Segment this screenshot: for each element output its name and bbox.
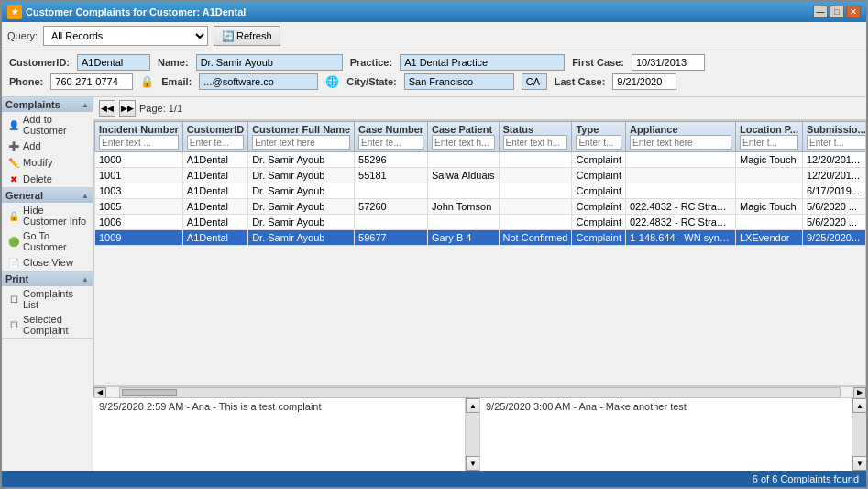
customer-row-1: CustomerID: A1Dental Name: Dr. Samir Ayo… — [9, 54, 859, 71]
sidebar-go-to-customer[interactable]: 🟢 Go To Customer — [2, 228, 93, 254]
col-type-label: Type — [576, 124, 621, 135]
hscroll-thumb[interactable] — [122, 389, 177, 396]
col-status-label: Status — [503, 124, 568, 135]
filter-location[interactable] — [740, 135, 798, 150]
cell-row2-col0: 1003 — [95, 183, 183, 199]
close-view-label: Close View — [23, 257, 73, 268]
col-appliance-label: Appliance — [630, 124, 731, 135]
filter-submission[interactable] — [807, 135, 866, 150]
sidebar-modify[interactable]: ✏️ Modify — [2, 154, 93, 171]
maximize-button[interactable]: □ — [830, 6, 844, 18]
col-submission: Submissio... — [802, 122, 866, 152]
bottom-left-scroll[interactable]: ▲ ▼ — [465, 398, 479, 471]
nav-next-button[interactable]: ▶▶ — [119, 100, 136, 117]
lock-icon: 🔒 — [140, 75, 154, 88]
refresh-button[interactable]: 🔄 Refresh — [214, 26, 280, 46]
hscroll-right[interactable]: ▶ — [853, 387, 866, 398]
nav-prev-button[interactable]: ◀◀ — [99, 100, 115, 117]
cell-row3-col5 — [499, 199, 572, 215]
practice-value: A1 Dental Practice — [400, 54, 565, 71]
customer-name-value: Dr. Samir Ayoub — [196, 54, 343, 71]
table-row[interactable]: 1003A1DentalDr. Samir AyoubComplaint6/17… — [95, 183, 867, 199]
col-location-label: Location P... — [740, 124, 798, 135]
col-incident: Incident Number — [95, 122, 183, 152]
cell-row1-col9: 12/20/201... — [802, 168, 866, 183]
modify-label: Modify — [23, 157, 52, 168]
delete-label: Delete — [23, 173, 52, 184]
nav-bar: ◀◀ ▶▶ Page: 1/1 — [93, 97, 866, 120]
cell-row2-col5 — [499, 183, 572, 199]
sidebar-add[interactable]: ➕ Add — [2, 138, 93, 154]
filter-casenum[interactable] — [358, 135, 423, 150]
print-chevron: ▲ — [82, 275, 89, 283]
hscroll-left[interactable]: ◀ — [93, 387, 106, 398]
filter-incident[interactable] — [99, 135, 179, 150]
cell-row1-col4: Salwa Alduais — [428, 168, 500, 183]
cell-row0-col6: Complaint — [572, 152, 626, 168]
close-view-icon: 📄 — [7, 256, 20, 269]
cell-row1-col1: A1Dental — [182, 168, 247, 183]
right-scroll-down[interactable]: ▼ — [852, 456, 866, 471]
customer-info-panel: CustomerID: A1Dental Name: Dr. Samir Ayo… — [2, 50, 866, 97]
left-scroll-down[interactable]: ▼ — [466, 456, 480, 471]
table-row[interactable]: 1005A1DentalDr. Samir Ayoub57260John Tom… — [95, 199, 867, 215]
left-scroll-up[interactable]: ▲ — [466, 398, 480, 413]
modify-icon: ✏️ — [7, 156, 20, 169]
table-row[interactable]: 1009A1DentalDr. Samir Ayoub59677Gary B 4… — [95, 230, 867, 246]
filter-type[interactable] — [576, 135, 621, 150]
cell-row0-col0: 1000 — [95, 152, 183, 168]
cell-row4-col1: A1Dental — [182, 215, 247, 230]
cell-row5-col4: Gary B 4 — [428, 230, 500, 246]
city-label: City/State: — [346, 76, 396, 87]
table-row[interactable]: 1000A1DentalDr. Samir Ayoub55296Complain… — [95, 152, 867, 168]
table-row[interactable]: 1006A1DentalDr. Samir AyoubComplaint022.… — [95, 215, 867, 230]
query-label: Query: — [7, 30, 38, 41]
phone-label: Phone: — [9, 76, 43, 87]
filter-customerid[interactable] — [187, 135, 244, 150]
filter-status[interactable] — [503, 135, 568, 150]
cell-row2-col1: A1Dental — [182, 183, 247, 199]
cell-row5-col5: Not Confirmed — [499, 230, 572, 246]
cell-row4-col4 — [428, 215, 500, 230]
horizontal-scrollbar[interactable]: ◀ ▶ — [93, 386, 866, 397]
title-bar: ★ Customer Complaints for Customer: A1De… — [2, 2, 866, 22]
complaints-list-checkbox[interactable]: ☐ — [7, 293, 20, 306]
filter-fullname[interactable] — [252, 135, 350, 150]
table-container[interactable]: Incident Number CustomerID Customer Full… — [93, 120, 866, 386]
sidebar-complaints-section: Complaints ▲ 👤 Add to Customer ➕ Add ✏️ … — [2, 97, 93, 188]
cell-row3-col2: Dr. Samir Ayoub — [248, 199, 355, 215]
right-scroll-up[interactable]: ▲ — [852, 398, 866, 413]
minimize-button[interactable]: — — [813, 6, 828, 18]
sidebar-delete[interactable]: ✖ Delete — [2, 171, 93, 187]
cell-row1-col2: Dr. Samir Ayoub — [248, 168, 355, 183]
table-body: 1000A1DentalDr. Samir Ayoub55296Complain… — [95, 152, 867, 246]
complaints-header-label: Complaints — [5, 99, 60, 110]
sidebar-complaints-header[interactable]: Complaints ▲ — [2, 97, 93, 112]
filter-appliance[interactable] — [630, 135, 731, 150]
city-value: San Francisco — [404, 73, 514, 90]
query-select[interactable]: All Records Open Records Closed Records — [43, 26, 208, 46]
cell-row3-col9: 5/6/2020 ... — [802, 199, 866, 215]
col-status: Status — [499, 122, 572, 152]
table-row[interactable]: 1001A1DentalDr. Samir Ayoub55181Salwa Al… — [95, 168, 867, 183]
add-to-customer-label: Add to Customer — [23, 114, 89, 136]
close-button[interactable]: ✕ — [846, 6, 861, 18]
delete-icon: ✖ — [7, 172, 20, 185]
sidebar-hide-customer[interactable]: 🔒 Hide Customer Info — [2, 203, 93, 228]
filter-patient[interactable] — [432, 135, 495, 150]
col-patient: Case Patient — [428, 122, 500, 152]
sidebar-close-view[interactable]: 📄 Close View — [2, 254, 93, 271]
hide-icon: 🔒 — [7, 209, 20, 222]
sidebar-print-header[interactable]: Print ▲ — [2, 272, 93, 286]
sidebar-general-header[interactable]: General ▲ — [2, 188, 93, 203]
sidebar-add-to-customer[interactable]: 👤 Add to Customer — [2, 112, 93, 138]
sidebar-selected-complaint[interactable]: ☐ Selected Complaint — [2, 312, 93, 338]
sidebar-complaints-list[interactable]: ☐ Complaints List — [2, 286, 93, 312]
cell-row4-col9: 5/6/2020 ... — [802, 215, 866, 230]
first-case-label: First Case: — [572, 57, 624, 68]
go-icon: 🟢 — [7, 235, 20, 248]
bottom-right-scroll[interactable]: ▲ ▼ — [852, 398, 866, 471]
complaints-table: Incident Number CustomerID Customer Full… — [94, 121, 866, 246]
add-icon: ➕ — [7, 139, 20, 152]
selected-complaint-checkbox[interactable]: ☐ — [7, 318, 20, 331]
